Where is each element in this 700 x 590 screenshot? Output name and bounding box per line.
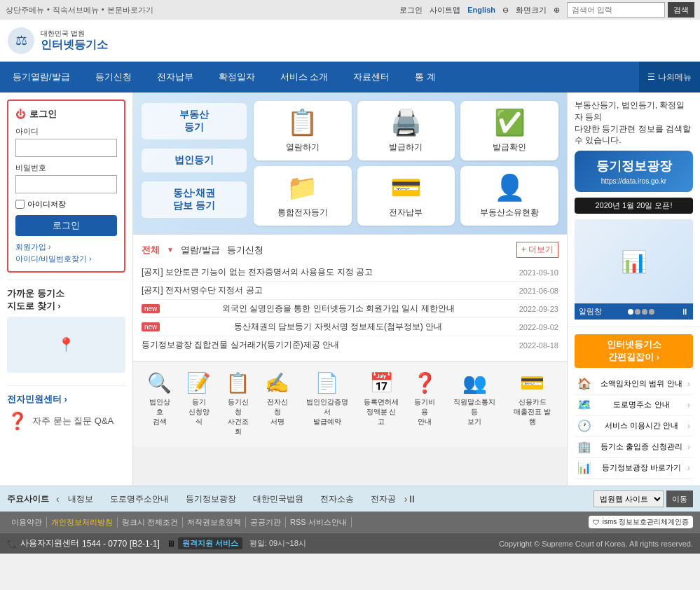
pause-footer-icon[interactable]: ⏸ bbox=[407, 493, 417, 505]
footer-bottom: 📞 사용자지원센터 1544 - 0770 [B2-1-1] 🖥 원격지원 서비… bbox=[0, 533, 700, 554]
nav-item-6[interactable]: 통 계 bbox=[402, 62, 448, 92]
footer-goto-button[interactable]: 이동 bbox=[666, 490, 693, 507]
alert-dot-3[interactable] bbox=[642, 309, 647, 315]
nav-item-1[interactable]: 등기신청 bbox=[83, 62, 144, 92]
alert-dot-2[interactable] bbox=[635, 309, 640, 315]
nav: 등기열람/발급 등기신청 전자납부 확정일자 서비스 소개 자료센터 통 계 ☰… bbox=[0, 62, 700, 92]
sitemap-link[interactable]: 사이트맵 bbox=[430, 5, 460, 15]
quick-icon-6[interactable]: ❓ 등기비용 안내 bbox=[405, 369, 444, 439]
english-link[interactable]: English bbox=[467, 6, 495, 14]
nav-item-2[interactable]: 전자납부 bbox=[144, 62, 206, 92]
news-text-2[interactable]: 외국인 실명인증을 통한 인터넷등기소 회원가입 일시 제한안내 bbox=[222, 303, 455, 315]
footer-link-3[interactable]: 저작권보호정책 bbox=[183, 517, 246, 528]
nav-item-0[interactable]: 등기열람/발급 bbox=[0, 62, 83, 92]
my-menu-label: 나의메뉴 bbox=[658, 71, 692, 83]
nearby-title[interactable]: 가까운 등기소 지도로 찾기 › bbox=[7, 287, 125, 313]
faq-label[interactable]: 자주 묻는 질문 Q&A bbox=[32, 415, 114, 427]
footer-link-1[interactable]: 개인정보처리방침 bbox=[47, 517, 118, 528]
quick-icon-5[interactable]: 📅 등록면허세 정액분 신고 bbox=[357, 369, 406, 439]
shortcut-title[interactable]: 인터넷등기소 간편길잡이 › bbox=[575, 334, 693, 368]
hero-icon-4[interactable]: 💳 전자납부 bbox=[357, 166, 455, 226]
hero-icon-1[interactable]: 🖨️ 발급하기 bbox=[357, 101, 455, 160]
logo-area[interactable]: ⚖ 대한민국 법원 인터넷등기소 bbox=[0, 27, 133, 55]
logo-text: 대한민국 법원 인터넷등기소 bbox=[41, 29, 108, 53]
quick-icon-2[interactable]: 📋 등기신청 사건조회 bbox=[219, 369, 258, 439]
shortcut-item-0[interactable]: 🏠 소액임차인의 범위 안내 › bbox=[575, 373, 693, 395]
pw-input[interactable] bbox=[15, 175, 117, 193]
alert-dot-4[interactable] bbox=[649, 309, 654, 315]
quick-icon-1[interactable]: 📝 등기 신청양식 bbox=[179, 369, 219, 439]
search-input[interactable] bbox=[567, 2, 665, 18]
pause-icon[interactable]: ⏸ bbox=[680, 307, 689, 317]
footer-link-2[interactable]: 링크시 전제조건 bbox=[118, 517, 183, 528]
news-more[interactable]: + 더보기 bbox=[516, 242, 558, 258]
footer-site-item-3[interactable]: 대한민국법원 bbox=[245, 493, 312, 505]
find-link[interactable]: 아이디/비밀번호찾기 › bbox=[15, 254, 117, 264]
news-tab-apply[interactable]: 등기신청 bbox=[227, 244, 263, 256]
news-tab-view[interactable]: 열람/발급 bbox=[181, 244, 220, 256]
plus-icon[interactable]: ⊕ bbox=[554, 6, 560, 15]
hero-labels: 부동산 등기 법인등기 동산·채권 담보 등기 bbox=[142, 101, 247, 226]
nav-item-4[interactable]: 서비스 소개 bbox=[268, 62, 341, 92]
shortcut-label-2: 서비스 이용시간 안내 bbox=[605, 420, 678, 431]
hero-label-1[interactable]: 법인등기 bbox=[142, 149, 247, 172]
login-link[interactable]: 로그인 bbox=[399, 5, 423, 15]
remote-label[interactable]: 원격지원 서비스 bbox=[178, 537, 242, 549]
news-tab-all[interactable]: 전체 bbox=[142, 244, 160, 256]
minus-icon[interactable]: ⊖ bbox=[502, 6, 509, 15]
join-link[interactable]: 회원가입 › bbox=[15, 242, 117, 252]
hero-icon-5[interactable]: 👤 부동산소유현황 bbox=[460, 166, 558, 226]
e-service-link[interactable]: 전자민원센터 › bbox=[7, 394, 67, 404]
nav-item-3[interactable]: 확정일자 bbox=[206, 62, 268, 92]
footer-link-4[interactable]: 공공기관 bbox=[246, 517, 286, 528]
hero-label-0[interactable]: 부동산 등기 bbox=[142, 103, 247, 139]
right-ad-url: https://data.iros.go.kr bbox=[582, 177, 686, 185]
shortcut-item-4[interactable]: 📊 등기정보광장 바로가기 › bbox=[575, 458, 693, 479]
footer-site-item-2[interactable]: 등기정보광장 bbox=[177, 493, 245, 505]
footer-site-item-1[interactable]: 도로명주소안내 bbox=[102, 493, 177, 505]
quick-icon-8[interactable]: 💳 신용카드 매출전표 발행 bbox=[505, 369, 560, 439]
shortcut-label-4: 등기정보광장 바로가기 bbox=[602, 462, 681, 473]
login-button[interactable]: 로그인 bbox=[15, 215, 117, 236]
shortcut-item-2[interactable]: 🕐 서비스 이용시간 안내 › bbox=[575, 416, 693, 437]
news-text-4[interactable]: 등기정보광장 집합건물 실거래가(등기기준)제공 안내 bbox=[142, 339, 339, 351]
shortcut-arrow-3: › bbox=[687, 442, 690, 452]
nav-item-5[interactable]: 자료센터 bbox=[341, 62, 402, 92]
hero-icon-3[interactable]: 📁 통합전자등기 bbox=[254, 166, 352, 226]
quick-icon-7[interactable]: 👥 직원말소통지등 보기 bbox=[444, 369, 505, 439]
quick-icon-0[interactable]: 🔍 법인상호 검색 bbox=[140, 369, 179, 439]
id-input[interactable] bbox=[15, 139, 117, 157]
shortcut-item-1[interactable]: 🗺️ 도로명주소 안내 › bbox=[575, 395, 693, 416]
hero: 부동산 등기 법인등기 동산·채권 담보 등기 📋 열람하기 🖨️ 발급하기 ✅… bbox=[133, 92, 567, 234]
news-text-1[interactable]: [공지] 전자서명수단 지정서 공고 bbox=[142, 284, 263, 296]
quick-icon-4[interactable]: 📄 법인인감증명서 발급예약 bbox=[297, 369, 357, 439]
right-ad-logo[interactable]: 등기정보광장 https://data.iros.go.kr bbox=[575, 151, 693, 192]
hero-icon-2[interactable]: ✅ 발급확인 bbox=[460, 101, 558, 160]
search-button[interactable]: 검색 bbox=[668, 2, 694, 18]
hero-label-2[interactable]: 동산·채권 담보 등기 bbox=[142, 181, 247, 218]
footer-site-item-4[interactable]: 전자소송 bbox=[312, 493, 362, 505]
footer-link-5[interactable]: RSS 서비스안내 bbox=[286, 517, 352, 528]
footer-site-select[interactable]: 법원웹 사이트 bbox=[593, 490, 664, 507]
footer-site-item-0[interactable]: 내정보 bbox=[60, 493, 102, 505]
alert-dot-1[interactable] bbox=[628, 309, 633, 315]
nearby-link[interactable]: 지도로 찾기 › bbox=[7, 301, 61, 311]
hero-icon-0[interactable]: 📋 열람하기 bbox=[254, 101, 352, 160]
skip-link-3[interactable]: 본문바로가기 bbox=[107, 5, 153, 15]
news-text-0[interactable]: [공지] 보안토큰 기능이 없는 전자증명서의 사용용도 지정 공고 bbox=[142, 266, 373, 278]
remember-checkbox[interactable] bbox=[15, 200, 25, 209]
nearby-map[interactable]: 📍 bbox=[7, 317, 125, 373]
hero-icon-label-3: 통합전자등기 bbox=[277, 207, 328, 219]
power-icon: ⏻ bbox=[15, 109, 25, 120]
skip-link-1[interactable]: 상단주메뉴 bbox=[6, 5, 44, 15]
hero-icon-img-1: 🖨️ bbox=[390, 108, 422, 137]
footer-site-item-5[interactable]: 전자공 bbox=[362, 493, 404, 505]
my-menu[interactable]: ☰ 나의메뉴 bbox=[639, 62, 700, 92]
news-date-1: 2021-06-08 bbox=[519, 287, 558, 295]
quick-icon-label-5: 등록면허세 정액분 신고 bbox=[363, 397, 400, 427]
shortcut-item-3[interactable]: 🏢 등기소 출입증 신청관리 › bbox=[575, 437, 693, 458]
skip-link-2[interactable]: 직속서브메뉴 bbox=[53, 5, 99, 15]
quick-icon-3[interactable]: ✍️ 전자신청 서명 bbox=[258, 369, 297, 439]
news-text-3[interactable]: 동산채권의 담보등기 자릿서명 정보제도(첨부정보) 안내 bbox=[234, 321, 442, 333]
footer-link-0[interactable]: 이용약관 bbox=[7, 517, 47, 528]
